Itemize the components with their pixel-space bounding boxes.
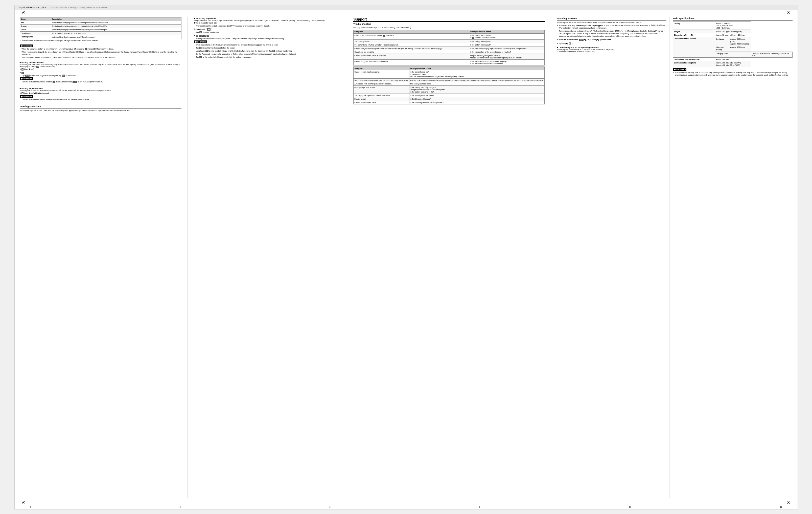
- spec-value-1seg: Approx. 280 min.: [715, 58, 751, 61]
- ts-symptom-1-7: Cannot recognize a microSD memory card.: [353, 60, 469, 65]
- table-row: Battery usage time is short. Is the batt…: [353, 85, 545, 93]
- table-row: Screen response is slow when you tap on …: [353, 78, 545, 82]
- main-specs-title: Main specifications: [673, 17, 792, 21]
- updating-software-intro: You can update the product to the most r…: [557, 22, 666, 24]
- ts-check-2-4: Is the battery pack fully charged?Charge…: [409, 85, 544, 93]
- content-area: Status Description Red The battery is ch…: [14, 15, 798, 500]
- keyboard-info-3: Long-touch ?! to enter symbols (single b…: [194, 50, 341, 52]
- led-info-section: ◆Information When the remaining battery …: [20, 45, 181, 59]
- status-orange: Orange: [20, 25, 51, 28]
- table-row: Overseas (GSM) Approx. 520 hours: [716, 46, 750, 51]
- ts-check-1-3: Is the battery running out?: [469, 43, 544, 47]
- col-header-status: Status: [20, 18, 51, 21]
- update-step-1: 1 From the Home screen, apps▶[ツール (Tool)…: [557, 38, 666, 41]
- update-step-2: 2 [System]▶[ ▶ ]: [557, 42, 666, 45]
- ts-check-1-7: Is the microSD memory card inserted prop…: [469, 60, 544, 65]
- entering-chars-title: Entering characters: [20, 105, 181, 109]
- ts-symptom-1-1: Power is not turned on even though ● is …: [353, 33, 469, 39]
- keyboard-step-3-detail: The keyboard switches to Phonepad/QWERTY…: [194, 37, 341, 40]
- keyboard-step-1-detail: Phonepad is set for portrait screen and …: [194, 25, 341, 27]
- ts-check-1-6: Are you operating with gloved hands?Are …: [469, 54, 544, 60]
- airplane-mode-title: ■ Setting Airplane mode: [20, 87, 181, 89]
- support-title: Support: [353, 17, 545, 22]
- col-header-description: Description: [51, 18, 181, 21]
- table-row: Flashing red The remaining battery level…: [20, 32, 181, 35]
- ts-symptom-2-6: Display is dark.: [353, 97, 409, 101]
- table-row: In Japan Approx. 440 hours (LTE)Approx. …: [716, 37, 750, 45]
- ts-symptom-2-4: Battery usage time is short.: [353, 85, 409, 93]
- table-row: A message such as charge the battery app…: [353, 82, 545, 85]
- ts-header-symptom-1: Symptom: [353, 30, 469, 33]
- keyboard-info-title: ◆Information: [194, 40, 207, 43]
- spec-label-charging: Charging time: [715, 52, 751, 57]
- table-row: The power goes off. Is the battery runni…: [353, 39, 545, 43]
- updating-software-col: Updating Software You can update the pro…: [557, 17, 666, 497]
- troubleshooting-table-2: Symptom What you should check Cannot ope…: [353, 66, 545, 105]
- spec-label-standby: Continuous stand-by time: [673, 37, 715, 58]
- table-row: Cannot operate key/touch panel. Is the p…: [353, 70, 545, 78]
- connecting-pc-title: ■ Connecting to a PC for updating softwa…: [557, 46, 666, 49]
- spec-label-display: Display: [673, 22, 715, 30]
- table-row: Red The battery is charging when the rem…: [20, 21, 181, 25]
- connecting-pc-bullet: Install PC Companion to your PC beforeha…: [557, 51, 666, 53]
- keyboard-info-5: Tap ▼ at the bottom left of the screen t…: [194, 56, 341, 58]
- table-row: Charging is not complete. Is the tempera…: [353, 50, 545, 54]
- airplane-info-title: ◆Information: [20, 95, 33, 98]
- keyboard-step-2-detail: Tap 手 for Kanji handwriting.: [194, 31, 341, 34]
- spec-value-display: Approx. 5.0 inchesTFT 16,777,216 colors1…: [715, 22, 751, 30]
- ts-header-check-2: What you should check: [409, 67, 544, 70]
- divider-2-3: [347, 17, 347, 497]
- switching-keyboards-section: ■ Switching keyboards To input Japanese,…: [194, 17, 341, 59]
- notification-led-table: Status Description Red The battery is ch…: [20, 17, 181, 39]
- page-num-4: 8: [479, 506, 480, 508]
- silent-mode-section: ■ Setting the Silent Mode Set the ringto…: [20, 61, 181, 84]
- troubleshooting-table-1: Symptom What you should check Power is n…: [353, 30, 545, 66]
- keyboard-info-4: On the Phonepad, you can enter character…: [194, 53, 341, 55]
- table-row: Cannot recognize a microSD memory card. …: [353, 60, 545, 65]
- silent-info-bullet-1: Slide the status bar downward and tap vo…: [20, 81, 181, 83]
- keyboard-info-2: Tap ⌫ to delete the character before the…: [194, 47, 341, 49]
- page-num-6: 12: [780, 506, 782, 508]
- table-row: Cannot charge the battery pack (Notifica…: [353, 47, 545, 50]
- spec-value-charging: Using AC Adapter (sold separately): Appr…: [751, 52, 792, 57]
- ts-check-2-3: The battery is almost dead.: [409, 82, 544, 85]
- reg-mark-tl: [22, 11, 25, 14]
- table-row: Flashing white Indicates New Gmail messa…: [20, 35, 181, 39]
- ts-header-check-1: What you should check: [469, 30, 544, 33]
- spec-value-weight: Approx. 145 g (with battery pack): [715, 30, 751, 33]
- reg-mark-tr: [787, 11, 790, 14]
- standby-overseas-val: Approx. 520 hours: [730, 46, 750, 51]
- standby-japan-val: Approx. 440 hours (LTE)Approx. 480 hours…: [730, 37, 750, 45]
- standby-overseas-label: Overseas (GSM): [716, 46, 730, 51]
- table-row: Power is not turned on even though ● is …: [353, 33, 545, 39]
- divider-1-2: [187, 17, 188, 497]
- silent-step-2: 2 ( ). Tap mute to set mute (ringtone vo…: [20, 71, 181, 77]
- col-2: ■ Switching keyboards To input Japanese,…: [194, 17, 341, 497]
- ts-symptom-2-5: The display backlight turns off in a sho…: [353, 94, 409, 97]
- table-row: Cannot operate touch panel. Is the proxi…: [353, 101, 545, 105]
- ts-symptom-1-6: Cannot operate touch panel as intended.: [353, 54, 469, 60]
- keyboard-step-2: 2 Long-touch " ⌨". Tap 手 for Kanji handw…: [194, 28, 341, 33]
- page-num-5: 10: [629, 506, 631, 508]
- ts-symptom-1-2: The power goes off.: [353, 39, 469, 43]
- reg-mark-br: [787, 501, 790, 504]
- keyboard-info-1: Word suggestions or direct conversion ca…: [194, 44, 341, 46]
- reg-marks-bottom: [14, 501, 798, 505]
- page-num-1: 2: [30, 506, 31, 508]
- switching-keyboards-intro: To input Japanese, use "Xperia™ Japanese…: [194, 20, 341, 22]
- led-info-bullet-2: When you start charging with the product…: [20, 51, 181, 56]
- desc-flashing-white: Indicates New Gmail message, new PC mail…: [51, 35, 181, 39]
- standby-japan-label: In Japan: [716, 37, 730, 45]
- reg-mark-bl: [22, 501, 25, 504]
- airplane-mode-section: ■ Setting Airplane mode When airplane mo…: [20, 87, 181, 102]
- col-1: Status Description Red The battery is ch…: [20, 17, 181, 497]
- spec-label-tethering: Continuous tethering time: [673, 61, 715, 67]
- desc-orange: The battery is charging when the remaini…: [51, 25, 181, 28]
- notification-led-section: Status Description Red The battery is ch…: [20, 17, 181, 41]
- table-row: Weight Approx. 145 g (with battery pack): [673, 30, 792, 33]
- ts-check-2-1: Is the power turned on?Is 'Screen lock' …: [409, 70, 544, 78]
- spec-label-weight: Weight: [673, 30, 715, 33]
- silent-info-title: ◆Information: [20, 77, 33, 80]
- ts-check-1-1: Is the battery pack charged?Is ● pressed…: [469, 33, 544, 39]
- table-row: The display backlight turns off in a sho…: [353, 94, 545, 97]
